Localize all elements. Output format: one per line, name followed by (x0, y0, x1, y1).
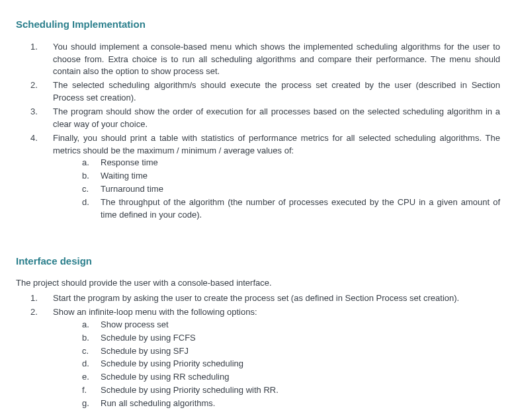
marker: f. (82, 384, 101, 397)
section-heading: Interface design (16, 254, 500, 269)
marker: b. (82, 170, 101, 183)
list-text: Finally, you should print a table with s… (53, 132, 500, 222)
list-item: 3. The program should show the order of … (30, 106, 500, 131)
marker: 1. (30, 41, 53, 79)
marker: c. (82, 183, 101, 196)
list-item: b. Schedule by using FCFS (82, 332, 500, 345)
list-text-inner: Show an infinite-loop menu with the foll… (53, 307, 257, 317)
list-text: The program should show the order of exe… (53, 106, 500, 131)
list-item: 2. Show an infinite-loop menu with the f… (30, 306, 500, 411)
scheduling-list: 1. You should implement a console-based … (30, 41, 500, 222)
list-text: Turnaround time (101, 183, 500, 196)
marker: a. (82, 319, 101, 331)
list-text: Waiting time (101, 170, 500, 183)
list-item: e. Schedule by using RR scheduling (82, 371, 500, 384)
interface-list: 1. Start the program by asking the user … (30, 292, 500, 411)
marker: a. (82, 157, 101, 169)
list-text: Schedule by using RR scheduling (101, 371, 500, 384)
marker: 2. (30, 79, 53, 105)
list-item: 4. Finally, you should print a table wit… (30, 132, 500, 222)
metrics-sublist: a. Response time b. Waiting time c. Turn… (82, 157, 500, 221)
list-text: Start the program by asking the user to … (53, 292, 500, 305)
list-text: Run all scheduling algorithms. (101, 398, 500, 410)
marker: b. (82, 332, 101, 345)
list-text: Schedule by using Priority scheduling wi… (101, 384, 500, 397)
list-text: Schedule by using Priority scheduling (101, 358, 500, 370)
marker: 2. (30, 306, 53, 411)
list-text: The selected scheduling algorithm/s shou… (53, 79, 500, 105)
list-text: Schedule by using SFJ (101, 345, 500, 358)
list-text-inner: Finally, you should print a table with s… (53, 133, 500, 155)
marker: 4. (30, 132, 53, 222)
list-text: Response time (101, 157, 500, 169)
list-item: 1. Start the program by asking the user … (30, 292, 500, 305)
list-text: Show process set (101, 319, 500, 331)
list-item: a. Show process set (82, 319, 500, 331)
marker: 1. (30, 292, 53, 305)
list-item: f. Schedule by using Priority scheduling… (82, 384, 500, 397)
list-item: d. The throughput of the algorithm (the … (82, 196, 500, 222)
menu-options-sublist: a. Show process set b. Schedule by using… (82, 319, 500, 410)
list-text: You should implement a console-based men… (53, 41, 500, 79)
marker: g. (82, 398, 101, 410)
list-item: d. Schedule by using Priority scheduling (82, 358, 500, 370)
list-item: b. Waiting time (82, 170, 500, 183)
list-text: Show an infinite-loop menu with the foll… (53, 306, 500, 411)
list-item: a. Response time (82, 157, 500, 169)
list-text: Schedule by using FCFS (101, 332, 500, 345)
list-item: c. Turnaround time (82, 183, 500, 196)
section-heading: Scheduling Implementation (16, 17, 500, 32)
intro-text: The project should provide the user with… (16, 277, 500, 290)
list-item: c. Schedule by using SFJ (82, 345, 500, 358)
list-item: 1. You should implement a console-based … (30, 41, 500, 79)
list-item: g. Run all scheduling algorithms. (82, 398, 500, 410)
marker: c. (82, 345, 101, 358)
list-item: 2. The selected scheduling algorithm/s s… (30, 79, 500, 105)
marker: 3. (30, 106, 53, 131)
marker: e. (82, 371, 101, 384)
marker: d. (82, 196, 101, 222)
marker: d. (82, 358, 101, 370)
list-text: The throughput of the algorithm (the num… (101, 196, 500, 222)
